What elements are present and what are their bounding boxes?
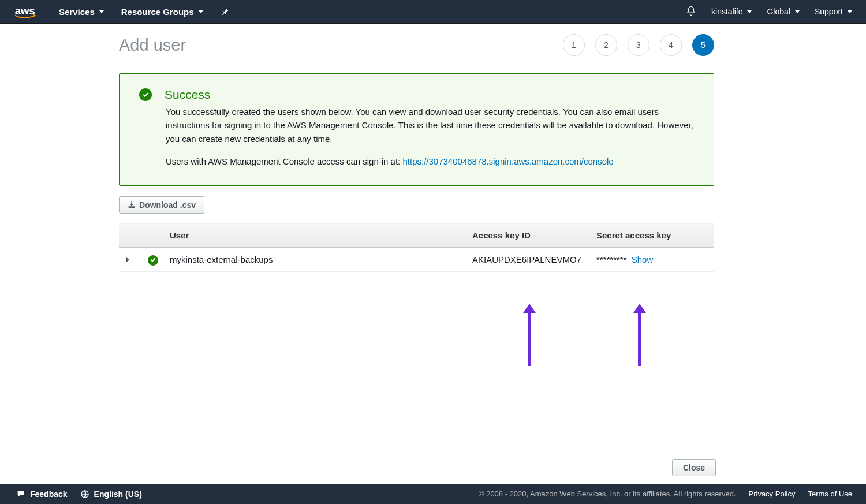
success-paragraph-2: Users with AWS Management Console access… [166, 155, 694, 168]
nav-region-label: Global [767, 7, 790, 16]
success-signin-prefix: Users with AWS Management Console access… [166, 156, 402, 166]
nav-support-label: Support [815, 7, 843, 16]
nav-services-label: Services [59, 7, 95, 17]
wizard-step-1[interactable]: 1 [563, 34, 585, 56]
page-header: Add user 1 2 3 4 5 [119, 34, 714, 56]
nav-account[interactable]: kinstalife [711, 7, 752, 16]
footer-privacy-link[interactable]: Privacy Policy [749, 490, 796, 498]
table-header-secret: Secret access key [589, 223, 714, 248]
caret-down-icon [99, 10, 104, 13]
row-access-key-cell: AKIAUPDXE6IPALNEVMO7 [465, 248, 589, 272]
footer-terms-link[interactable]: Terms of Use [808, 490, 852, 498]
bell-icon [686, 6, 696, 16]
signin-url-link[interactable]: https://307340046878.signin.aws.amazon.c… [402, 156, 613, 166]
secret-masked: ********* [596, 255, 627, 264]
footer-feedback[interactable]: Feedback [16, 490, 68, 499]
close-button[interactable]: Close [672, 459, 716, 476]
page-title: Add user [119, 36, 186, 55]
download-csv-label: Download .csv [139, 200, 196, 210]
nav-support[interactable]: Support [815, 7, 852, 16]
table-header-row: User Access key ID Secret access key [119, 223, 714, 248]
table-header-user: User [165, 223, 465, 248]
wizard-step-3[interactable]: 3 [628, 34, 650, 56]
wizard-steps: 1 2 3 4 5 [563, 34, 714, 56]
aws-logo[interactable]: aws [13, 4, 37, 20]
success-check-icon [139, 88, 152, 101]
status-success-icon [148, 255, 158, 266]
table-row: mykinsta-external-backups AKIAUPDXE6IPAL… [119, 248, 714, 272]
wizard-step-4[interactable]: 4 [660, 34, 682, 56]
wizard-step-5[interactable]: 5 [692, 34, 714, 56]
speech-bubble-icon [16, 490, 25, 499]
annotation-arrow-access-key [523, 304, 536, 367]
download-csv-button[interactable]: Download .csv [119, 196, 204, 214]
row-user-cell: mykinsta-external-backups [165, 248, 465, 272]
caret-down-icon [747, 10, 752, 13]
nav-resource-groups[interactable]: Resource Groups [121, 7, 203, 17]
aws-smile-icon [13, 14, 37, 20]
nav-resource-groups-label: Resource Groups [121, 7, 194, 17]
caret-down-icon [199, 10, 203, 13]
pin-icon [221, 7, 230, 16]
nav-region[interactable]: Global [767, 7, 799, 16]
main-content: Add user 1 2 3 4 5 Success You successfu… [119, 24, 834, 451]
nav-account-label: kinstalife [711, 7, 742, 16]
table-header-status [141, 223, 165, 248]
success-banner: Success You successfully created the use… [119, 73, 714, 186]
footer: Feedback English (US) © 2008 - 2020, Ama… [0, 484, 866, 504]
action-bar: Close [0, 451, 866, 484]
download-icon [128, 201, 136, 209]
show-secret-link[interactable]: Show [632, 255, 654, 264]
footer-language[interactable]: English (US) [80, 490, 142, 499]
users-table: User Access key ID Secret access key myk… [119, 223, 714, 272]
row-secret-cell: ********* Show [589, 248, 714, 272]
expand-caret-icon [126, 257, 129, 263]
caret-down-icon [795, 10, 800, 13]
success-paragraph-1: You successfully created the users shown… [166, 105, 694, 145]
footer-language-label: English (US) [94, 490, 142, 499]
top-nav: aws Services Resource Groups kinstalife … [0, 0, 866, 24]
annotation-arrow-secret-key [633, 304, 646, 367]
globe-icon [80, 490, 89, 499]
table-header-access-key: Access key ID [465, 223, 589, 248]
nav-right: kinstalife Global Support [686, 6, 852, 18]
wizard-step-2[interactable]: 2 [595, 34, 617, 56]
row-status-cell [141, 248, 165, 272]
nav-pin[interactable] [221, 7, 230, 16]
footer-feedback-label: Feedback [30, 490, 68, 499]
success-title: Success [165, 88, 210, 102]
table-header-expand [119, 223, 141, 248]
caret-down-icon [848, 10, 852, 13]
row-expand-cell[interactable] [119, 248, 141, 272]
nav-notifications[interactable] [686, 6, 696, 18]
nav-services[interactable]: Services [59, 7, 104, 17]
footer-copyright: © 2008 - 2020, Amazon Web Services, Inc.… [479, 490, 736, 498]
